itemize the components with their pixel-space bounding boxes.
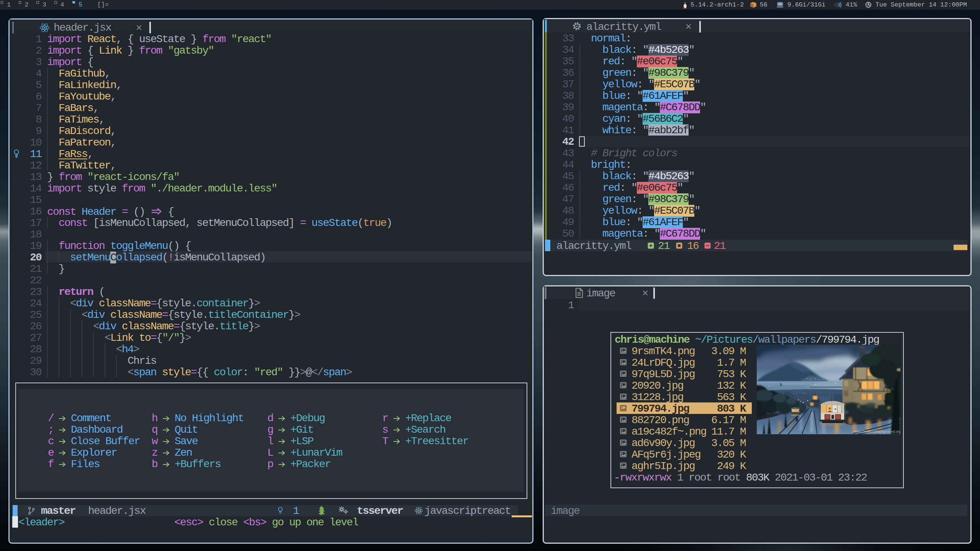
- svg-text:www.DesktopBackground.org: www.DesktopBackground.org: [853, 429, 900, 433]
